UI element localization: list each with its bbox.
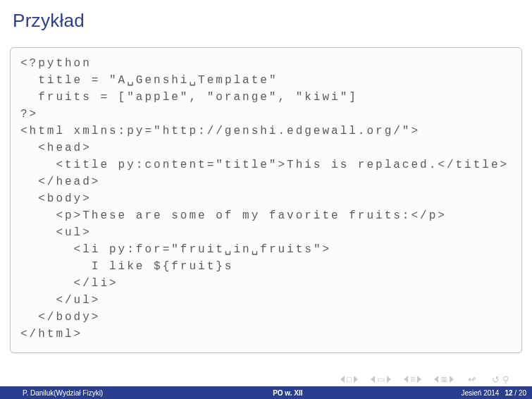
triangle-left-icon [434, 376, 438, 383]
triangle-right-icon [387, 376, 391, 383]
footer-bar: P. Daniluk(Wydział Fizyki) PO w. XII Jes… [0, 386, 532, 399]
nav-slide[interactable]: □ [340, 374, 358, 384]
footer-term: Jesień 2014 [461, 389, 499, 397]
nav-back-icon[interactable]: ↫ [466, 374, 478, 385]
nav-search-icon[interactable]: ↺ ⚲ [490, 374, 511, 385]
triangle-left-icon [340, 376, 345, 383]
triangle-left-icon [404, 376, 408, 383]
nav-section[interactable]: ≡ [404, 374, 421, 384]
nav-frame[interactable]: ▭ [371, 374, 391, 384]
triangle-right-icon [354, 376, 358, 383]
footer-author: P. Daniluk(Wydział Fizyki) [0, 389, 120, 397]
triangle-right-icon [450, 376, 454, 383]
code-block: <?python title = "A␣Genshi␣Template" fru… [10, 47, 522, 353]
subsection-icon: ≣ [439, 374, 449, 384]
slide-icon: □ [345, 374, 353, 384]
footer-title: PO w. XII [120, 389, 455, 397]
footer-page: 12 / 20 [505, 389, 526, 397]
page-total: 20 [519, 389, 526, 397]
triangle-right-icon [417, 376, 421, 383]
frame-icon: ▭ [376, 374, 386, 384]
section-icon: ≡ [409, 374, 416, 384]
beamer-nav-icons: □ ▭ ≡ ≣ ↫ ↺ ⚲ [340, 374, 511, 385]
nav-subsection[interactable]: ≣ [434, 374, 454, 384]
triangle-left-icon [371, 376, 375, 383]
slide-title: Przykład [0, 0, 532, 32]
page-current: 12 [505, 389, 512, 397]
